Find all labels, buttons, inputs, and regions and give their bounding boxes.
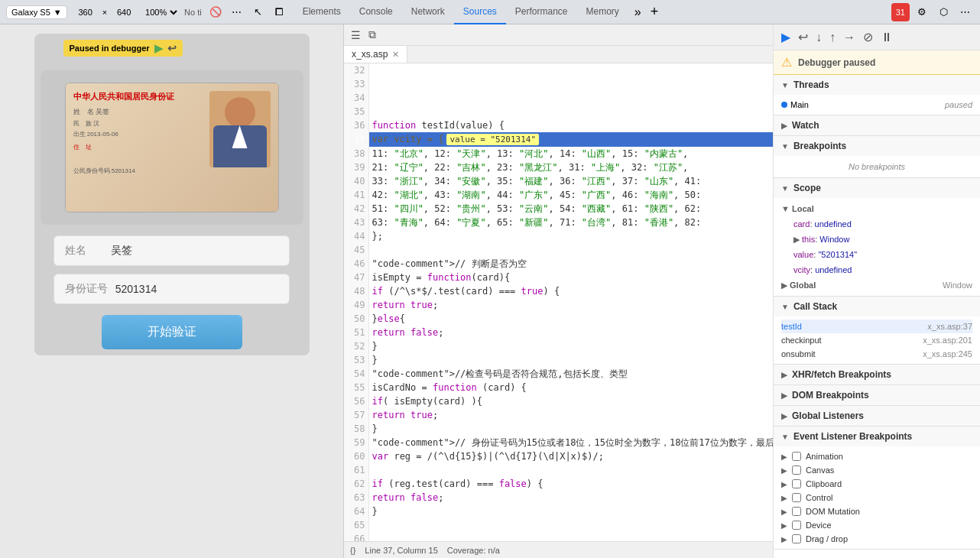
event-chevron[interactable]: ▶ <box>781 508 787 516</box>
event-chevron[interactable]: ▶ <box>781 521 787 530</box>
step-out-btn[interactable]: ↑ <box>828 29 837 46</box>
event-listener-item[interactable]: ▶Drag / drop <box>781 532 972 546</box>
block-icon[interactable]: 🚫 <box>206 3 225 21</box>
code-line-content: isCardNo = function (card) { <box>368 381 773 394</box>
tab-sources[interactable]: Sources <box>454 0 506 24</box>
breakpoints-header[interactable]: ▼ Breakpoints <box>774 136 980 156</box>
cursor-icon[interactable]: ↖ <box>249 3 268 21</box>
event-checkbox[interactable] <box>792 507 801 516</box>
file-tab-xxs[interactable]: x_xs.asp ✕ <box>344 46 407 63</box>
tab-console[interactable]: Console <box>350 0 402 24</box>
event-checkbox[interactable] <box>792 479 801 488</box>
device-selector[interactable]: Galaxy S5 ▼ <box>6 5 67 19</box>
watch-header[interactable]: ▶ Watch <box>774 115 980 135</box>
dock-icon[interactable]: ⬡ <box>934 3 952 21</box>
event-chevron[interactable]: ▶ <box>781 494 787 502</box>
resume-btn[interactable]: ▶ <box>780 28 792 46</box>
event-listener-item[interactable]: ▶DOM Mutation <box>781 504 972 518</box>
line-number: 63 <box>344 491 368 504</box>
code-line-content: 33: "浙江", 34: "安徽", 35: "福建", 36: "江西", … <box>368 174 773 188</box>
debugger-paused-text: Debugger paused <box>798 57 875 68</box>
callstack-item[interactable]: onsubmitx_xs.asp:245 <box>781 347 972 361</box>
scope-global[interactable]: ▶ Global Window <box>781 277 972 293</box>
callstack-item[interactable]: checkinputx_xs.asp:201 <box>781 333 972 347</box>
format-button[interactable]: {} <box>350 546 355 555</box>
step-over-icon[interactable]: ↩ <box>167 42 177 54</box>
notification-badge[interactable]: 31 <box>891 3 910 21</box>
pause-exceptions-btn[interactable]: ⏸ <box>879 29 894 46</box>
verify-button[interactable]: 开始验证 <box>102 315 242 349</box>
event-listener-item[interactable]: ▶Device <box>781 518 972 532</box>
tab-memory[interactable]: Memory <box>577 0 628 24</box>
devtools-controls: 31 ⚙ ⬡ ⋯ <box>891 3 974 21</box>
event-checkbox[interactable] <box>792 452 801 461</box>
global-listeners-label: Global Listeners <box>792 410 864 421</box>
height-input[interactable] <box>110 8 138 17</box>
debugger-badge: Paused in debugger ▶ ↩ <box>63 40 183 57</box>
scope-this[interactable]: ▶ this: Window <box>793 232 972 247</box>
step-into-btn[interactable]: ↓ <box>814 29 823 46</box>
event-chevron[interactable]: ▶ <box>781 480 787 488</box>
devtools-more-icon[interactable]: ⋯ <box>956 3 974 21</box>
scope-header[interactable]: ▼ Scope <box>774 178 980 198</box>
callstack-header[interactable]: ▼ Call Stack <box>774 297 980 316</box>
event-label: Animation <box>806 452 843 461</box>
tab-performance[interactable]: Performance <box>506 0 577 24</box>
event-listener-item[interactable]: ▶Control <box>781 491 972 504</box>
sidebar-toggle-icon[interactable]: ☰ <box>349 29 363 41</box>
event-chevron[interactable]: ▶ <box>781 535 787 543</box>
line-number: 51 <box>344 326 368 339</box>
event-checkbox[interactable] <box>792 521 801 530</box>
format-icon[interactable]: ⧉ <box>366 28 378 41</box>
event-label: DOM Mutation <box>806 507 860 516</box>
file-close-icon[interactable]: ✕ <box>392 50 399 60</box>
right-panel: ▶ ↩ ↓ ↑ → ⊘ ⏸ ⚠ Debugger paused <box>774 24 980 558</box>
new-tab-icon[interactable]: + <box>646 4 664 20</box>
xhr-chevron: ▶ <box>781 371 787 379</box>
event-listener-item[interactable]: ▶Clipboard <box>781 477 972 491</box>
event-checkbox[interactable] <box>792 466 801 475</box>
event-label: Clipboard <box>806 479 842 488</box>
event-listeners-label: Event Listener Breakpoints <box>793 431 912 442</box>
step-btn[interactable]: → <box>842 29 857 46</box>
thread-main[interactable]: Main paused <box>781 98 972 112</box>
event-checkbox[interactable] <box>792 493 801 502</box>
event-listener-item[interactable]: ▶Animation <box>781 449 972 463</box>
event-checkbox[interactable] <box>792 534 801 543</box>
threads-header[interactable]: ▼ Threads <box>774 75 980 95</box>
tab-elements[interactable]: Elements <box>294 0 350 24</box>
threads-body: Main paused <box>774 95 980 115</box>
step-over-btn[interactable]: ↩ <box>797 28 810 46</box>
event-chevron[interactable]: ▶ <box>781 466 787 475</box>
scope-local[interactable]: ▼ Local <box>781 201 972 216</box>
callstack-item[interactable]: testIdx_xs.asp:37 <box>781 320 972 333</box>
xhr-header[interactable]: ▶ XHR/fetch Breakpoints <box>774 365 980 384</box>
event-chevron[interactable]: ▶ <box>781 453 787 461</box>
dom-header[interactable]: ▶ DOM Breakpoints <box>774 385 980 405</box>
line-number: 61 <box>344 463 368 477</box>
resume-icon[interactable]: ▶ <box>154 42 163 54</box>
scope-card: card: undefined <box>793 216 972 232</box>
tab-more-icon[interactable]: » <box>630 5 646 19</box>
settings-icon[interactable]: ⚙ <box>913 3 931 21</box>
event-listeners-header[interactable]: ▼ Event Listener Breakpoints <box>774 427 980 446</box>
line-number: 38 <box>344 147 368 161</box>
code-line-content <box>368 532 773 541</box>
code-container[interactable]: 3233343536function testId(value) {37 var… <box>344 63 773 541</box>
tab-network[interactable]: Network <box>402 0 454 24</box>
zoom-select[interactable]: 100% 75% 50% <box>142 7 180 18</box>
scope-value: value: "5201314" <box>793 247 972 262</box>
width-input[interactable] <box>72 8 99 17</box>
breakpoints-chevron: ▼ <box>781 142 789 151</box>
id-card: 中华人民共和国居民身份证 姓 名 吴签 民 族 汉 出生 2013-05-06 … <box>65 83 279 212</box>
line-number: 46 <box>344 257 368 271</box>
global-listeners-header[interactable]: ▶ Global Listeners <box>774 406 980 426</box>
right-scroll[interactable]: ▼ Threads Main paused ▶ <box>774 75 980 558</box>
code-line-content: }; <box>368 229 773 243</box>
responsive-icon[interactable]: ⧠ <box>271 3 289 21</box>
line-number: 65 <box>344 518 368 532</box>
more-icon[interactable]: ⋯ <box>228 3 246 21</box>
main-layout: Paused in debugger ▶ ↩ 中华人民共和国居民身份证 姓 名 … <box>0 24 980 558</box>
deactivate-btn[interactable]: ⊘ <box>862 28 875 46</box>
event-listener-item[interactable]: ▶Canvas <box>781 463 972 477</box>
